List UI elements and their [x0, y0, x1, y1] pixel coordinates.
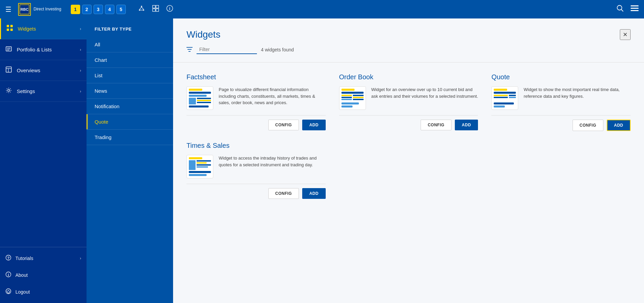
filter-list[interactable]: List [87, 68, 173, 83]
orderbook-thumbnail [339, 86, 366, 110]
filter-trading[interactable]: Trading [87, 130, 173, 145]
sidebar-overviews-label: Overviews [17, 68, 80, 73]
times-sales-actions: CONFIG ADD [186, 184, 326, 199]
factsheet-thumbnail [186, 86, 213, 110]
sidebar: Widgets › Portfolio & Lists › [0, 18, 87, 303]
times-sales-add-button[interactable]: ADD [302, 188, 326, 199]
tab-1[interactable]: 1 [71, 5, 80, 14]
quote-add-button[interactable]: ADD [607, 120, 631, 131]
quote-description: Widget to show the most important real t… [524, 86, 631, 99]
svg-rect-18 [631, 8, 639, 9]
svg-point-15 [617, 5, 622, 10]
factsheet-title: Factsheet [186, 73, 326, 81]
svg-text:i: i [169, 6, 170, 11]
factsheet-actions: CONFIG ADD [186, 115, 326, 130]
content-header: Widgets × [173, 18, 644, 45]
filter-chart[interactable]: Chart [87, 52, 173, 68]
widget-quote: Quote [491, 73, 631, 131]
factsheet-config-button[interactable]: CONFIG [268, 120, 299, 130]
orderbook-config-button[interactable]: CONFIG [421, 120, 451, 130]
quote-title: Quote [491, 73, 631, 81]
svg-rect-28 [6, 67, 11, 72]
filter-icon [186, 46, 193, 53]
empty-slot-1 [339, 142, 478, 199]
svg-point-3 [141, 6, 142, 7]
svg-line-16 [621, 9, 623, 11]
topbar: ☰ RBC Direct Investing 1 2 3 4 5 [0, 0, 644, 18]
svg-rect-23 [10, 29, 13, 31]
filter-input[interactable] [197, 45, 257, 54]
orderbook-add-button[interactable]: ADD [455, 120, 478, 130]
info-icon[interactable]: i [166, 5, 173, 14]
times-sales-config-button[interactable]: CONFIG [268, 188, 299, 199]
search-icon[interactable] [616, 5, 624, 14]
menu-lines-icon[interactable] [631, 5, 639, 13]
overviews-icon [5, 66, 13, 75]
close-button[interactable]: × [620, 29, 631, 40]
quote-config-button[interactable]: CONFIG [573, 120, 603, 131]
orderbook-body: Widget for an overview over up to 10 cur… [339, 86, 478, 115]
sidebar-bottom: ? Tutorials › i About [0, 247, 87, 303]
topbar-right [616, 5, 639, 14]
hamburger-icon[interactable]: ☰ [5, 5, 11, 13]
svg-rect-21 [10, 25, 13, 27]
empty-slot-2 [491, 142, 631, 199]
filter-quote[interactable]: Quote [87, 114, 173, 130]
svg-text:?: ? [7, 256, 10, 260]
sidebar-logout[interactable]: Logout [0, 284, 87, 300]
portfolio-icon [5, 45, 13, 54]
settings-icon [5, 87, 13, 95]
sidebar-about[interactable]: i About [0, 267, 87, 284]
chevron-right-icon-4: › [80, 89, 81, 94]
widget-factsheet: Factsheet [186, 73, 326, 131]
logout-label: Logout [15, 289, 30, 295]
filter-bar: 4 widgets found [173, 45, 644, 62]
svg-rect-9 [153, 5, 155, 8]
sidebar-item-widgets[interactable]: Widgets › [0, 18, 87, 39]
svg-rect-10 [156, 5, 159, 8]
widgets-row-1: Factsheet [186, 73, 631, 131]
quote-body: Widget to show the most important real t… [491, 86, 631, 115]
tools-icon[interactable] [138, 5, 145, 14]
svg-line-6 [140, 7, 142, 9]
orderbook-description: Widget for an overview over up to 10 cur… [371, 86, 478, 99]
widgets-icon [6, 25, 14, 33]
widgets-found-count: 4 widgets found [261, 47, 294, 52]
factsheet-body: Page to visualize different financial in… [186, 86, 326, 115]
tab-4[interactable]: 4 [105, 5, 114, 14]
sidebar-item-settings[interactable]: Settings › [0, 81, 87, 102]
widget-orderbook: Order Book [339, 73, 478, 131]
topbar-icons: i [138, 5, 173, 14]
svg-rect-17 [631, 5, 639, 6]
tutorials-icon: ? [5, 255, 11, 262]
svg-line-7 [142, 7, 144, 9]
about-icon: i [5, 271, 11, 279]
svg-text:i: i [8, 273, 9, 277]
orderbook-actions: CONFIG ADD [339, 115, 478, 130]
tab-2[interactable]: 2 [82, 5, 92, 14]
filter-notification[interactable]: Notification [87, 99, 173, 114]
sidebar-tutorials[interactable]: ? Tutorials › [0, 250, 87, 267]
page-title: Widgets [186, 29, 220, 40]
widget-times-sales: Times & Sales [186, 142, 326, 199]
svg-rect-20 [7, 25, 9, 27]
layout-icon[interactable] [152, 5, 159, 14]
quote-actions: CONFIG ADD [491, 115, 631, 131]
sidebar-item-overviews[interactable]: Overviews › [0, 60, 87, 81]
times-sales-description: Widget to access the intraday history of… [219, 155, 326, 168]
sidebar-widgets-label: Widgets [18, 26, 80, 32]
content-area: Widgets × 4 widgets found Factsheet [173, 18, 644, 303]
filter-news[interactable]: News [87, 83, 173, 99]
svg-rect-12 [156, 9, 159, 11]
tab-5[interactable]: 5 [116, 5, 126, 14]
widgets-grid: Factsheet [173, 62, 644, 220]
sidebar-settings-label: Settings [17, 88, 80, 94]
svg-point-31 [8, 89, 10, 91]
sidebar-item-portfolio[interactable]: Portfolio & Lists › [0, 39, 87, 60]
svg-text:RBC: RBC [20, 7, 29, 11]
factsheet-add-button[interactable]: ADD [302, 120, 326, 130]
about-label: About [15, 272, 28, 278]
filter-all[interactable]: All [87, 37, 173, 52]
tab-3[interactable]: 3 [94, 5, 103, 14]
main-layout: Widgets › Portfolio & Lists › [0, 18, 644, 303]
